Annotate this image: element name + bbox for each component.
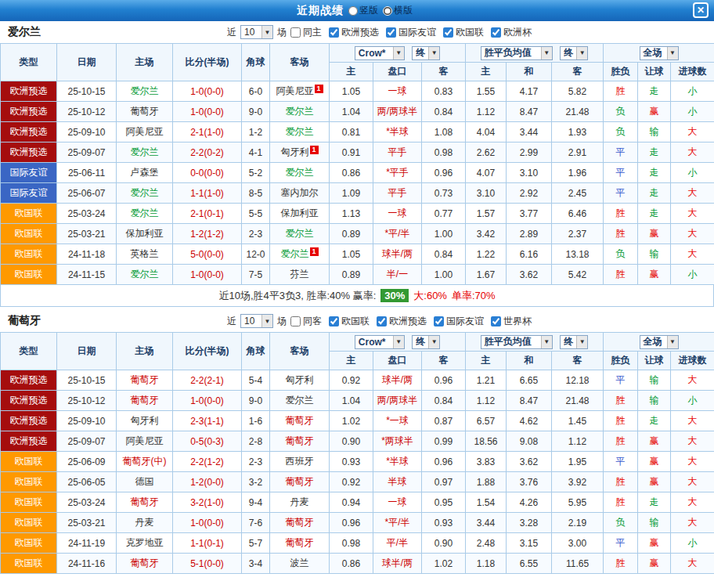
away-team: 葡萄牙 (270, 411, 330, 431)
team-label: 芬兰 (290, 269, 309, 280)
match-type: 国际友谊 (1, 183, 57, 204)
filter-checkbox[interactable]: 欧国联 (443, 26, 484, 39)
close-button[interactable]: ✕ (693, 2, 709, 18)
final-odds-select-2[interactable]: 终▼ (560, 335, 588, 349)
euro-home-odds: 1.54 (466, 492, 507, 513)
score: 1-2(1-2) (173, 224, 242, 244)
filter-checkbox[interactable]: 国际友谊 (386, 26, 436, 39)
euro-draw-odds: 3.76 (507, 472, 552, 492)
euro-away-odds: 5.95 (552, 492, 604, 513)
team-label: 葡萄牙 (131, 557, 159, 568)
avg-odds-select[interactable]: 胜平负均值▼ (481, 46, 553, 60)
result-wdl: 胜 (604, 492, 638, 513)
away-odds: 0.99 (422, 431, 466, 452)
result-goals: 小 (671, 533, 714, 554)
checkbox-input[interactable] (443, 27, 453, 38)
col-header-wdl: 胜负 (604, 352, 638, 370)
filter-checkbox[interactable]: 同主 (290, 26, 322, 39)
team-label: 爱尔兰 (286, 228, 314, 239)
away-team: 爱尔兰 (270, 224, 330, 244)
match-count-select[interactable]: 10▼ (240, 314, 273, 328)
score: 1-0(0-0) (173, 102, 242, 122)
checkbox-input[interactable] (434, 316, 444, 326)
match-date: 25-03-21 (57, 224, 117, 244)
checkbox-input[interactable] (329, 27, 339, 38)
radio-input[interactable] (383, 6, 392, 16)
result-handicap: 输 (638, 370, 671, 391)
scope-select-value: 全场 (640, 335, 667, 348)
match-row: 欧洲预选25-09-10匈牙利2-3(1-1)1-6葡萄牙1.02*一球0.87… (1, 411, 714, 431)
filter-checkbox[interactable]: 国际友谊 (434, 315, 484, 328)
final-odds-select[interactable]: 终▼ (412, 335, 440, 349)
checkbox-input[interactable] (491, 27, 501, 38)
view-mode-radio[interactable]: 竖版 (348, 4, 378, 17)
corners: 2-3 (242, 452, 270, 472)
euro-home-odds: 6.57 (466, 411, 507, 431)
view-mode-radio[interactable]: 横版 (383, 4, 413, 17)
away-odds: 0.84 (422, 244, 466, 265)
checkbox-input[interactable] (290, 316, 301, 326)
result-goals: 小 (671, 265, 714, 285)
away-odds: 0.84 (422, 391, 466, 411)
match-date: 25-10-12 (57, 102, 117, 122)
final-odds-select-2[interactable]: 终▼ (560, 46, 588, 60)
team-section: 爱尔兰 近 10▼ 场 同主欧洲预选国际友谊欧国联欧洲杯 类型 日期 主场 比分… (0, 21, 714, 307)
handicap-line: 半/一 (373, 265, 422, 285)
home-team: 爱尔兰 (117, 183, 173, 204)
checkbox-input[interactable] (290, 27, 301, 38)
asian-odds-controls: Crow*▼ 终▼ (330, 44, 466, 63)
chevron-down-icon: ▼ (576, 47, 587, 60)
checkbox-label: 同主 (303, 26, 322, 39)
match-count-select[interactable]: 10▼ (240, 25, 273, 39)
away-odds: 0.83 (422, 81, 466, 102)
away-odds: 1.08 (422, 122, 466, 142)
filter-checkbox[interactable]: 欧洲杯 (491, 26, 532, 39)
filter-checkbox[interactable]: 欧国联 (329, 315, 370, 328)
result-goals: 大 (671, 452, 714, 472)
euro-home-odds: 1.22 (466, 244, 507, 265)
match-count-value: 10 (241, 316, 261, 326)
checkbox-input[interactable] (386, 27, 396, 38)
radio-input[interactable] (348, 6, 358, 16)
euro-draw-odds: 3.77 (507, 204, 552, 224)
euro-away-odds: 1.96 (552, 163, 604, 183)
bookmaker-select[interactable]: Crow*▼ (355, 46, 405, 60)
avg-odds-select[interactable]: 胜平负均值▼ (481, 335, 553, 349)
away-team: 塞内加尔 (270, 183, 330, 204)
final-odds-select-2-value: 终 (561, 46, 576, 60)
away-odds: 0.97 (422, 472, 466, 492)
team-label: 爱尔兰 (131, 187, 159, 198)
final-odds-select[interactable]: 终▼ (412, 46, 440, 60)
team-label: 英格兰 (131, 248, 159, 259)
away-team: 匈牙利 (270, 370, 330, 391)
away-odds: 0.98 (422, 142, 466, 163)
result-handicap: 赢 (638, 472, 671, 492)
bookmaker-select[interactable]: Crow*▼ (355, 335, 405, 349)
corners: 5-7 (242, 533, 270, 554)
col-header-euro-home: 主 (466, 352, 507, 370)
home-odds: 1.02 (330, 411, 373, 431)
dialog-title: 近期战绩 (297, 4, 344, 18)
result-goals: 大 (671, 244, 714, 265)
checkbox-input[interactable] (377, 316, 387, 326)
home-team: 保加利亚 (117, 224, 173, 244)
filter-checkbox[interactable]: 世界杯 (491, 315, 532, 328)
chevron-down-icon: ▼ (261, 315, 272, 327)
result-handicap: 赢 (638, 554, 671, 574)
scope-select[interactable]: 全场▼ (640, 46, 679, 60)
filter-checkbox[interactable]: 欧洲预选 (377, 315, 427, 328)
scope-select[interactable]: 全场▼ (640, 335, 679, 349)
away-odds: 0.95 (422, 492, 466, 513)
checkbox-label: 国际友谊 (398, 26, 436, 39)
checkbox-input[interactable] (491, 316, 501, 326)
filter-checkbox[interactable]: 欧洲预选 (329, 26, 379, 39)
checkbox-input[interactable] (329, 316, 339, 326)
home-team: 匈牙利 (117, 411, 173, 431)
home-team: 阿美尼亚 (117, 431, 173, 452)
filter-checkbox[interactable]: 同客 (290, 315, 322, 328)
result-wdl: 负 (604, 122, 638, 142)
home-odds: 1.05 (330, 244, 373, 265)
match-date: 25-09-10 (57, 411, 117, 431)
team-label: 葡萄牙 (131, 395, 159, 406)
match-row: 欧洲预选25-09-10阿美尼亚2-1(1-0)1-2爱尔兰0.81*半球1.0… (1, 122, 714, 142)
